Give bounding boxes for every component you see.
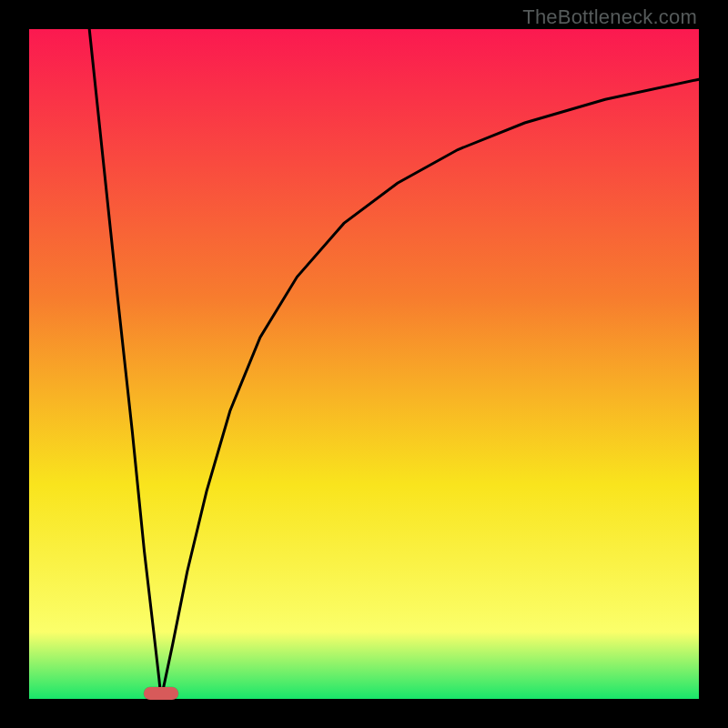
chart-frame: TheBottleneck.com <box>0 0 728 728</box>
watermark-text: TheBottleneck.com <box>522 5 697 29</box>
plot-area <box>29 29 699 699</box>
curve-right-branch <box>161 79 699 699</box>
curve-left-branch <box>89 29 161 699</box>
optimum-marker <box>144 687 178 700</box>
bottleneck-curve <box>29 29 699 699</box>
